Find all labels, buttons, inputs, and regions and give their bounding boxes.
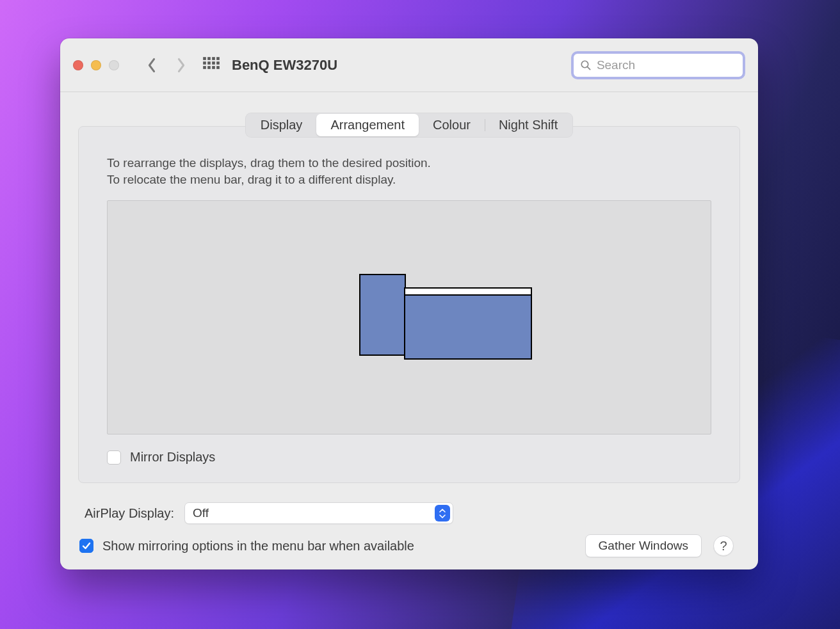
bottom-row: Show mirroring options in the menu bar w… — [78, 534, 740, 557]
content-area: Display Arrangement Colour Night Shift T… — [60, 92, 758, 569]
svg-rect-11 — [216, 66, 220, 69]
arrangement-panel: To rearrange the displays, drag them to … — [78, 126, 740, 483]
svg-rect-10 — [212, 66, 215, 69]
chevron-right-icon — [175, 58, 187, 73]
airplay-row: AirPlay Display: Off — [85, 502, 740, 524]
search-field[interactable] — [571, 51, 745, 79]
zoom-window-button — [109, 60, 119, 70]
svg-rect-8 — [203, 66, 206, 69]
airplay-select[interactable]: Off — [184, 502, 453, 524]
mirror-displays-checkbox[interactable] — [107, 450, 121, 465]
forward-button — [172, 56, 191, 75]
search-icon — [580, 59, 592, 72]
menubar-handle[interactable] — [405, 289, 531, 296]
titlebar: BenQ EW3270U — [60, 38, 758, 92]
svg-rect-6 — [212, 61, 215, 65]
svg-rect-7 — [216, 61, 220, 65]
show-mirroring-label: Show mirroring options in the menu bar w… — [102, 539, 414, 553]
tab-arrangement[interactable]: Arrangement — [316, 114, 419, 136]
display-secondary[interactable] — [359, 274, 406, 356]
window-title: BenQ EW3270U — [232, 57, 337, 74]
traffic-lights — [73, 60, 119, 70]
svg-rect-0 — [203, 57, 206, 60]
check-icon — [81, 541, 92, 551]
show-mirroring-checkbox[interactable] — [79, 539, 93, 553]
back-button[interactable] — [142, 56, 161, 75]
close-window-button[interactable] — [73, 60, 83, 70]
svg-rect-9 — [207, 66, 211, 69]
help-button[interactable]: ? — [713, 536, 734, 556]
gather-windows-button[interactable]: Gather Windows — [585, 534, 702, 557]
show-all-button[interactable] — [202, 56, 220, 74]
display-primary[interactable] — [404, 287, 532, 360]
tab-display[interactable]: Display — [246, 114, 317, 136]
display-arrangement-area[interactable] — [107, 200, 711, 434]
tab-bar: Display Arrangement Colour Night Shift — [78, 113, 740, 138]
chevron-down-icon — [439, 514, 446, 518]
search-input[interactable] — [597, 58, 736, 72]
tab-colour[interactable]: Colour — [419, 114, 485, 136]
mirror-displays-row: Mirror Displays — [107, 450, 711, 465]
svg-rect-2 — [212, 57, 215, 60]
mirror-displays-label: Mirror Displays — [130, 450, 215, 465]
select-stepper-icon — [435, 505, 450, 522]
chevron-up-icon — [439, 509, 446, 513]
airplay-label: AirPlay Display: — [85, 506, 174, 521]
instruction-text: To rearrange the displays, drag them to … — [107, 155, 711, 187]
airplay-value: Off — [193, 506, 209, 520]
minimize-window-button[interactable] — [91, 60, 101, 70]
instruction-line-2: To relocate the menu bar, drag it to a d… — [107, 171, 711, 188]
svg-rect-4 — [203, 61, 206, 65]
grid-icon — [202, 56, 220, 74]
svg-rect-3 — [216, 57, 220, 60]
svg-rect-5 — [207, 61, 211, 65]
system-preferences-window: BenQ EW3270U Display Arrangement Colour … — [60, 38, 758, 569]
tab-segmented-control: Display Arrangement Colour Night Shift — [245, 113, 573, 138]
svg-line-13 — [588, 67, 590, 69]
svg-rect-1 — [207, 57, 211, 60]
show-mirroring-row: Show mirroring options in the menu bar w… — [79, 539, 414, 553]
tab-night-shift[interactable]: Night Shift — [485, 114, 572, 136]
instruction-line-1: To rearrange the displays, drag them to … — [107, 155, 711, 171]
chevron-left-icon — [146, 58, 158, 73]
